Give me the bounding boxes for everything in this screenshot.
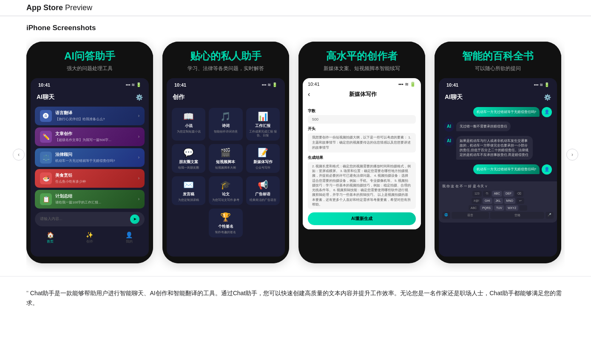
phone1-promo-title: AI问答助手 — [34, 50, 145, 62]
creation-item-moments[interactable]: 💬 朋友圈文案 给我一则朋友圈 — [172, 144, 205, 173]
key-jkl[interactable]: JKL — [494, 198, 503, 204]
key-backspace[interactable]: ⌫ — [515, 191, 523, 197]
start-value: 我想要创作一份短视频拍摄大纲，以下是一些可以考虑的要素： 1. 主题和故事情节：… — [312, 135, 411, 150]
nav-extra[interactable]: 👤 我的 — [125, 231, 133, 244]
phone1-icons: ▪▪▪ ≋ 🔋 — [126, 82, 141, 87]
preview-label: Preview — [65, 3, 92, 12]
key-enter[interactable]: ↩ — [517, 198, 524, 204]
creation-item-slogan[interactable]: 📢 广告标语 经典简洁的广告语言 — [246, 176, 280, 205]
word-count-input[interactable]: 500 — [308, 115, 416, 124]
phone4-settings-icon[interactable]: ⚙️ — [544, 94, 551, 101]
phone2-promo: 贴心的私人助手 学习、法律等各类问题，实时解答 — [162, 42, 289, 78]
key-ti[interactable]: ·Ti — [483, 191, 491, 197]
signature-icon: 🏆 — [211, 212, 240, 222]
phone3-promo-subtitle: 新媒体文案、短视频脚本智能续写 — [306, 65, 418, 72]
key-ghi[interactable]: GHI — [483, 198, 492, 204]
nav-create[interactable]: ✨ 创作 — [86, 231, 93, 244]
key-123[interactable]: 123 — [472, 191, 482, 197]
phone-frame-4: 智能的百科全书 可以随心所欲的提问 10:41 ▪▪▪ ≋ 🔋 AI聊天 ⚙️ — [435, 42, 561, 263]
thesis-name: 论文 — [211, 192, 240, 197]
chat-item-5-label: 计划总结 — [55, 193, 101, 199]
key-symbol[interactable]: #@! — [472, 198, 481, 204]
description-section: " Chat助手是一款能够帮助用户进行智能聊天、AI创作和智能翻译的工具。通过C… — [0, 276, 591, 325]
phone2-time: 10:41 — [174, 82, 186, 87]
key-mic[interactable]: 🎤 — [546, 212, 554, 219]
chat-item-5-sublabel: 请给我一篇100字的工作汇报... — [55, 200, 101, 205]
create-icon: ✨ — [86, 231, 93, 238]
chat-icon-5: 📋 — [40, 193, 52, 205]
novel-desc: 为您定制短篇小说 — [174, 130, 203, 133]
nav-home-label: 首页 — [47, 239, 54, 244]
speech-desc: 为您定制演讲稿 — [174, 198, 203, 202]
phone2-icons: ▪▪▪ ≋ 🔋 — [262, 82, 277, 87]
phone4-promo-title: 智能的百科全书 — [442, 50, 554, 62]
ai-msg-1: 无过错一般不需要承担赔偿责任 — [456, 121, 511, 131]
moments-icon: 💬 — [174, 147, 203, 158]
chat-item-4-text: 美食烹饪 生么鱼小吃有多少种 — [55, 172, 86, 184]
scroll-right-arrow[interactable]: › — [566, 149, 578, 161]
video-desc: 短视频脚本大纲 — [211, 166, 240, 169]
chat-item-4-arrow: › — [138, 176, 139, 181]
creation-item-signature[interactable]: 🏆 个性签名 制作有趣的签名 — [209, 209, 242, 237]
phone1-app-header: AI聊天 ⚙️ — [31, 89, 149, 104]
key-tuv[interactable]: TUV — [494, 205, 504, 211]
speech-name: 发言稿 — [174, 192, 203, 197]
creation-item-speech[interactable]: ✉️ 发言稿 为您定制演讲稿 — [172, 176, 205, 205]
creation-item-media[interactable]: 📝 新媒体写作 公众号写作 — [246, 144, 280, 173]
phone1-app-content: 10:41 ▪▪▪ ≋ 🔋 AI聊天 ⚙️ 🅐 语言翻译 【旅行心灵伴侣】给我准… — [31, 78, 149, 257]
phone1-settings-icon[interactable]: ⚙️ — [136, 94, 143, 101]
chat-icon-3: ⚖️ — [40, 152, 52, 164]
word-count-value: 500 — [312, 117, 318, 121]
scroll-left-arrow[interactable]: ‹ — [13, 149, 25, 161]
key-abc2[interactable]: ABC — [469, 205, 479, 211]
phone1-app-title: AI聊天 — [37, 93, 54, 101]
report-name: 工作汇报 — [249, 123, 277, 129]
chat-item-3-arrow: › — [138, 155, 139, 160]
chat-item-2-sublabel: 【超级名作文章】为我写一篇500字... — [55, 138, 111, 142]
extra-icon: 👤 — [125, 231, 133, 238]
phone3-time: 10:41 — [308, 82, 320, 87]
phone4-promo-subtitle: 可以随心所欲的提问 — [442, 65, 554, 72]
thesis-desc: 为您写论文写作 参考 — [211, 198, 240, 202]
key-abc[interactable]: ABC — [492, 191, 502, 197]
key-mno[interactable]: MNO — [504, 198, 515, 204]
chat-item-2[interactable]: ✏️ 文章创作 【超级名作文章】为我写一篇500字... › — [35, 127, 145, 146]
key-voice[interactable]: 语音 — [452, 212, 489, 219]
poem-name: 诗词 — [211, 123, 240, 129]
chat-item-4[interactable]: 🍜 美食烹饪 生么鱼小吃有多少种 › — [35, 169, 145, 188]
result-label: 生成结果 — [308, 155, 416, 161]
moments-name: 朋友圈文案 — [174, 159, 203, 165]
chat-item-1[interactable]: 🅐 语言翻译 【旅行心灵伴侣】给我准备么么? › — [35, 107, 145, 125]
keyboard-area: 我 你 这 在 不 一 好 是 今天 ∨ 123 ·Ti ABC DEF ⌫ #… — [439, 181, 557, 223]
chat-item-5[interactable]: 📋 计划总结 请给我一篇100字的工作汇报... › — [35, 190, 145, 209]
phone2-status-bar: 10:41 ▪▪▪ ≋ 🔋 — [167, 78, 285, 89]
creation-item-video[interactable]: 🎬 短视频脚本 短视频脚本大纲 — [209, 144, 242, 173]
start-value-box[interactable]: 我想要创作一份短视频拍摄大纲，以下是一些可以考虑的要素： 1. 主题和故事情节：… — [308, 133, 416, 152]
nav-home[interactable]: 🏠 首页 — [47, 231, 54, 244]
phone1-input-bar[interactable]: 请输入内容... ➤ — [35, 212, 145, 226]
key-wxyz[interactable]: WXYZ — [506, 205, 518, 211]
phone1-send-btn[interactable]: ➤ — [130, 214, 139, 224]
home-icon: 🏠 — [47, 231, 54, 238]
phone4-app-title: AI聊天 — [445, 93, 463, 101]
phone1-time: 10:41 — [38, 82, 50, 87]
creation-item-poem[interactable]: 🎵 诗词 智能创作诗词诗意 — [209, 108, 242, 141]
chat-item-2-arrow: › — [138, 134, 139, 139]
chat-item-5-arrow: › — [138, 197, 139, 201]
moments-desc: 给我一则朋友圈 — [174, 166, 203, 169]
chat-item-3[interactable]: ⚖️ 法律顾问 机动车一方无过错就等于无赔偿责任吗? › — [35, 148, 145, 167]
user-msg-2: 机动车一方无过错就等于无赔偿责任吗? — [473, 164, 540, 174]
start-label: 开头 — [308, 126, 416, 132]
key-pqrs[interactable]: PQRS — [480, 205, 493, 211]
generate-btn[interactable]: AI重新生成 — [308, 212, 416, 225]
description-text: " Chat助手是一款能够帮助用户进行智能聊天、AI创作和智能翻译的工具。通过C… — [26, 288, 565, 308]
creation-item-report[interactable]: 📊 工作汇报 工作成果完成汇报 报告、日报 — [246, 108, 280, 141]
phone-frame-3: 高水平的创作者 新媒体文案、短视频脚本智能续写 10:41 ▪▪▪ ≋ 🔋 ‹ … — [298, 42, 425, 263]
key-space[interactable]: 空格 — [490, 212, 544, 219]
keyboard-row-2: #@! GHI JKL MNO ↩ — [442, 198, 554, 204]
phone3-promo: 高水平的创作者 新媒体文案、短视频脚本智能续写 — [298, 42, 425, 78]
creation-item-thesis[interactable]: 🎓 论文 为您写论文写作 参考 — [209, 176, 242, 205]
creation-item-novel[interactable]: 📖 小说 为您定制短篇小说 — [172, 108, 205, 141]
key-globe[interactable]: 🌐 — [442, 212, 450, 219]
key-def[interactable]: DEF — [503, 191, 514, 197]
